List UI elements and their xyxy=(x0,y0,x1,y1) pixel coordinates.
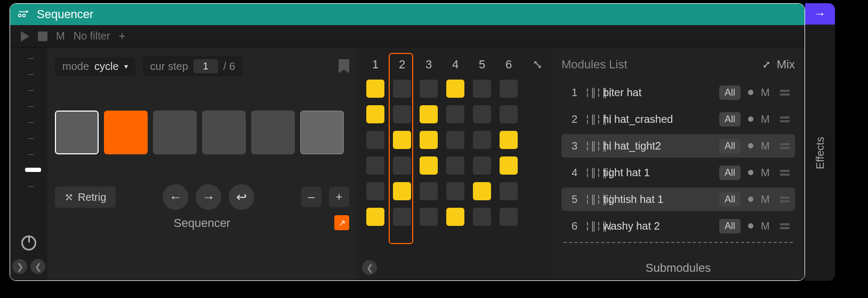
grid-cell[interactable] xyxy=(366,105,384,123)
retrig-button[interactable]: ⤲ Retrig xyxy=(55,186,116,208)
module-row[interactable]: 4╎║╎║╎tight hat 1AllM xyxy=(561,161,795,184)
gain-knob[interactable] xyxy=(21,236,36,250)
active-dot[interactable] xyxy=(748,197,753,202)
stop-button[interactable] xyxy=(38,32,47,41)
grid-cell[interactable] xyxy=(500,156,518,175)
grid-cell[interactable] xyxy=(366,156,384,175)
titlebar[interactable]: Sequencer xyxy=(10,4,805,25)
mute-button[interactable]: M xyxy=(761,140,773,152)
grid-cell[interactable] xyxy=(473,156,491,175)
active-dot[interactable] xyxy=(748,223,753,229)
nav-prev-icon[interactable]: ❮ xyxy=(30,259,45,274)
grid-cell[interactable] xyxy=(420,80,438,98)
grid-cell[interactable] xyxy=(420,156,438,175)
grid-cell[interactable] xyxy=(446,80,464,98)
grid-cell[interactable] xyxy=(393,105,411,123)
add-step-button[interactable]: + xyxy=(329,187,349,207)
grid-cell[interactable] xyxy=(420,208,438,226)
mute-button[interactable]: M xyxy=(761,87,773,99)
nav-next-icon[interactable]: ❯ xyxy=(12,259,27,274)
active-dot[interactable] xyxy=(748,116,753,122)
level-thumb[interactable] xyxy=(25,168,41,172)
grid-cell[interactable] xyxy=(500,131,518,149)
grid-cell[interactable] xyxy=(366,208,384,226)
grid-cell[interactable] xyxy=(393,208,411,226)
grid-cell[interactable] xyxy=(420,182,438,200)
module-row[interactable]: 2╎║╎║╎hi hat_crashedAllM xyxy=(561,107,795,131)
col-2[interactable]: 2 xyxy=(393,58,411,72)
mute-button[interactable]: M xyxy=(761,113,773,126)
expand-icon[interactable]: ⤢ xyxy=(762,59,770,70)
output-selector[interactable]: All xyxy=(719,112,741,127)
active-dot[interactable] xyxy=(748,170,753,175)
grid-cell[interactable] xyxy=(500,182,518,200)
level-slider[interactable] xyxy=(21,58,37,236)
mode-selector[interactable]: mode cycle ▾ xyxy=(55,57,135,76)
col-5[interactable]: 5 xyxy=(473,58,491,72)
grid-cell[interactable] xyxy=(446,131,464,149)
step-5[interactable] xyxy=(251,111,295,154)
grid-cell[interactable] xyxy=(500,208,518,226)
effects-expand-button[interactable]: → xyxy=(805,3,835,25)
grid-cell[interactable] xyxy=(500,80,518,98)
grid-cell[interactable] xyxy=(446,105,464,123)
mute-button[interactable]: M xyxy=(761,167,773,179)
step-4[interactable] xyxy=(202,111,246,154)
drag-handle[interactable] xyxy=(780,223,790,229)
drag-handle[interactable] xyxy=(780,90,790,96)
next-step-button[interactable]: → xyxy=(196,184,221,210)
col-1[interactable]: 1 xyxy=(366,58,384,72)
module-row[interactable]: 6╎║╎║╎washy hat 2AllM xyxy=(561,214,795,238)
collapse-icon[interactable]: ⤡ xyxy=(528,58,546,72)
grid-cell[interactable] xyxy=(473,182,491,200)
bookmark-icon[interactable] xyxy=(339,59,349,73)
grid-cell[interactable] xyxy=(366,131,384,149)
mute-button[interactable]: M xyxy=(761,193,773,206)
output-selector[interactable]: All xyxy=(719,219,741,233)
active-dot[interactable] xyxy=(748,90,753,95)
col-6[interactable]: 6 xyxy=(500,58,518,72)
grid-cell[interactable] xyxy=(473,131,491,149)
grid-cell[interactable] xyxy=(446,208,464,226)
grid-cell[interactable] xyxy=(500,105,518,123)
step-6[interactable] xyxy=(300,111,344,154)
col-4[interactable]: 4 xyxy=(446,58,464,72)
grid-cell[interactable] xyxy=(473,208,491,226)
output-selector[interactable]: All xyxy=(719,192,741,207)
module-row[interactable]: 5╎║╎║╎tightish hat 1AllM xyxy=(561,187,795,211)
play-button[interactable] xyxy=(21,31,29,42)
mute-button[interactable]: M xyxy=(761,220,773,232)
col-3[interactable]: 3 xyxy=(420,58,438,72)
drag-handle[interactable] xyxy=(780,116,790,122)
filter-label[interactable]: No filter xyxy=(74,30,110,42)
grid-cell[interactable] xyxy=(420,131,438,149)
grid-prev-button[interactable]: ❮ xyxy=(362,260,377,275)
grid-cell[interactable] xyxy=(393,80,411,98)
output-selector[interactable]: All xyxy=(719,85,741,100)
add-filter-button[interactable]: + xyxy=(119,29,126,43)
grid-cell[interactable] xyxy=(393,156,411,175)
prev-step-button[interactable]: ← xyxy=(163,184,188,210)
step-2[interactable] xyxy=(104,111,148,154)
grid-cell[interactable] xyxy=(446,182,464,200)
grid-cell[interactable] xyxy=(366,182,384,200)
add-module-zone[interactable] xyxy=(564,242,793,243)
grid-cell[interactable] xyxy=(446,156,464,175)
grid-cell[interactable] xyxy=(366,80,384,98)
step-3[interactable] xyxy=(153,111,197,154)
effects-side-panel[interactable]: Effects xyxy=(805,25,835,281)
curstep-input[interactable] xyxy=(194,59,218,73)
active-dot[interactable] xyxy=(748,143,753,148)
module-row[interactable]: 1╎║╎║╎biter hatAllM xyxy=(561,81,795,104)
grid-cell[interactable] xyxy=(393,182,411,200)
drag-handle[interactable] xyxy=(780,170,790,176)
module-row[interactable]: 3╎║╎║╎hi hat_tight2AllM xyxy=(561,134,795,158)
grid-cell[interactable] xyxy=(393,131,411,149)
undo-button[interactable]: ↩ xyxy=(229,184,254,210)
grid-cell[interactable] xyxy=(473,80,491,98)
output-selector[interactable]: All xyxy=(719,139,741,153)
remove-step-button[interactable]: – xyxy=(301,187,322,207)
drag-handle[interactable] xyxy=(780,197,790,202)
midi-toggle[interactable]: M xyxy=(56,30,65,42)
step-1[interactable] xyxy=(55,111,99,154)
